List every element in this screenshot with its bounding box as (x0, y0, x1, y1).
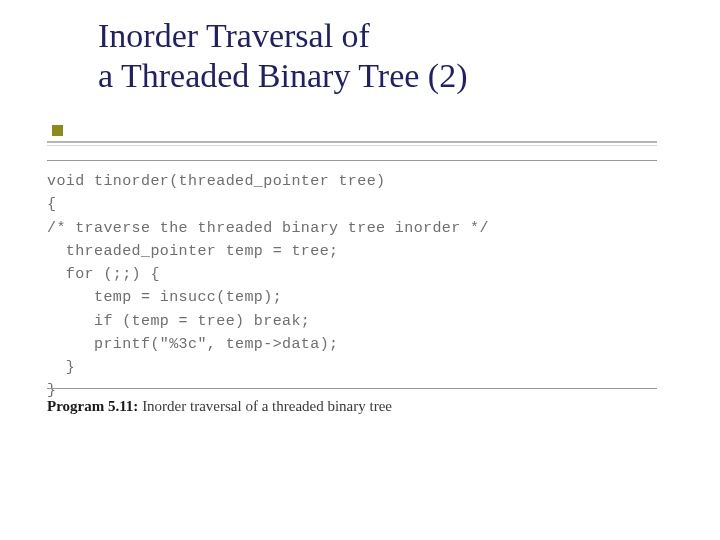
code-line: } (47, 382, 56, 399)
code-line: printf("%3c", temp->data); (47, 336, 338, 353)
figure-caption: Program 5.11: Inorder traversal of a thr… (47, 398, 392, 415)
code-line: /* traverse the threaded binary tree ino… (47, 220, 489, 237)
code-listing: void tinorder(threaded_pointer tree) { /… (47, 170, 657, 403)
bullet-icon (52, 125, 63, 136)
code-line: threaded_pointer temp = tree; (47, 243, 338, 260)
code-line: temp = insucc(temp); (47, 289, 282, 306)
code-line: for (;;) { (47, 266, 160, 283)
code-rule-top (47, 160, 657, 161)
title-line-2: a Threaded Binary Tree (2) (98, 56, 658, 96)
title-underline (47, 141, 657, 143)
caption-label: Program 5.11: (47, 398, 138, 414)
code-rule-bottom (47, 388, 657, 389)
caption-text: Inorder traversal of a threaded binary t… (138, 398, 392, 414)
slide: Inorder Traversal of a Threaded Binary T… (0, 0, 720, 540)
title-underline-shadow (47, 145, 657, 146)
slide-title: Inorder Traversal of a Threaded Binary T… (98, 16, 658, 96)
code-line: } (47, 359, 75, 376)
code-line: void tinorder(threaded_pointer tree) (47, 173, 385, 190)
code-line: { (47, 196, 56, 213)
code-line: if (temp = tree) break; (47, 313, 310, 330)
title-line-1: Inorder Traversal of (98, 16, 658, 56)
